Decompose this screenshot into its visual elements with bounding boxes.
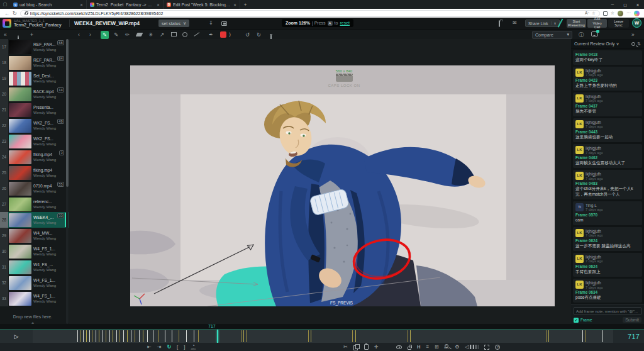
copilot-icon[interactable] xyxy=(634,11,640,16)
media-list-item[interactable]: 27 referenc... Wendy Wang xyxy=(0,196,69,212)
chevron-down-icon[interactable]: ∨ xyxy=(551,21,557,25)
annotation-tick[interactable] xyxy=(103,330,103,342)
item-thumbnail[interactable] xyxy=(9,56,31,70)
reset-zoom-link[interactable]: reset xyxy=(340,21,350,25)
annotation-tick[interactable] xyxy=(143,330,143,342)
annotation-tick[interactable] xyxy=(80,330,81,342)
item-thumbnail[interactable] xyxy=(9,87,31,101)
item-thumbnail[interactable] xyxy=(9,150,31,164)
tab-close-icon[interactable]: ✕ xyxy=(232,3,236,7)
tab-close-icon[interactable]: ✕ xyxy=(155,3,160,7)
redo-icon[interactable]: ↻ xyxy=(257,31,261,38)
media-list-item[interactable]: 20 BACK.mp4 Wendy Wang 14 xyxy=(0,86,69,102)
pencil-tool-icon[interactable]: ✎ xyxy=(114,31,118,38)
media-list-item[interactable]: 17 REF_PAR... Wendy Wang 68 xyxy=(0,39,69,55)
annotation-tick[interactable] xyxy=(352,330,353,342)
new-tab-button[interactable]: + xyxy=(240,0,250,9)
comment-card[interactable]: Ti Ting-L 7 days ago Frame 0570 cam xyxy=(573,201,642,225)
comment-card[interactable]: LK lkjhigjufh 7 days ago Frame 0624 手臂也要… xyxy=(573,253,642,277)
annotation-tick[interactable] xyxy=(99,330,99,342)
paste-icon[interactable] xyxy=(364,344,369,350)
annotation-tick[interactable] xyxy=(165,330,165,342)
annotation-tick[interactable] xyxy=(243,330,244,342)
color-swatch-red[interactable] xyxy=(220,31,226,38)
leave-sync-button[interactable]: Leave Sync xyxy=(608,19,629,28)
annotation-tick[interactable] xyxy=(410,330,411,342)
privacy-lock-icon[interactable] xyxy=(499,21,500,26)
browser-profile-avatar[interactable] xyxy=(618,11,623,16)
media-list-item[interactable]: 26 0710.mp4 Wendy Wang 55 xyxy=(0,181,69,196)
pip-icon[interactable] xyxy=(221,21,227,26)
annotation-tick[interactable] xyxy=(109,330,110,342)
comments-icon[interactable] xyxy=(591,31,598,36)
zoom-level-icon[interactable]: 126% xyxy=(444,344,449,350)
back-icon[interactable]: ← xyxy=(4,11,9,16)
item-thumbnail[interactable] xyxy=(9,103,31,117)
volume-icon[interactable]: ◁ xyxy=(465,344,479,350)
annotation-tick[interactable] xyxy=(153,330,153,342)
favorites-bar-icon[interactable]: ☆ xyxy=(611,11,614,16)
annotation-tick[interactable] xyxy=(602,330,603,342)
user-avatar[interactable]: W xyxy=(632,18,641,28)
frame-link[interactable]: Frame 0634 xyxy=(575,290,640,294)
annotation-tick[interactable] xyxy=(585,330,586,342)
frame-link[interactable]: Frame 0624 xyxy=(575,264,640,269)
media-list-item[interactable]: 18 REF_PAR... Wendy Wang 84 xyxy=(0,55,69,70)
grid-icon[interactable]: ⊞ xyxy=(435,344,439,350)
annotation-tick[interactable] xyxy=(139,330,140,342)
brush-tool-icon[interactable]: ✏ xyxy=(125,31,130,38)
item-thumbnail[interactable] xyxy=(9,40,31,54)
download-icon[interactable]: ↧ xyxy=(209,20,213,26)
media-list-item[interactable]: 23 WK2_FS... Wendy Wang xyxy=(0,133,69,149)
ellipse-tool-icon[interactable] xyxy=(182,32,187,37)
comment-card[interactable]: LK lkjhigjufh 7 days ago Frame 0462 这两帧女… xyxy=(573,144,642,168)
frame-link[interactable]: Frame 0443 xyxy=(575,130,640,134)
comment-card[interactable]: LK lkjhigjufh 7 days ago Frame 0423 走路上半… xyxy=(573,67,642,91)
comment-card[interactable]: LK lkjhigjufh 7 days ago Frame 0443 这里脑袋… xyxy=(573,118,642,142)
annotation-tick[interactable] xyxy=(135,330,135,342)
annotation-tick[interactable] xyxy=(89,330,90,342)
project-name[interactable]: Term2_Pocket_Fantacy xyxy=(14,23,62,28)
annotation-tick[interactable] xyxy=(241,330,242,342)
syncsketch-logo-icon[interactable] xyxy=(3,19,11,28)
range-in-icon[interactable]: [ xyxy=(177,344,178,350)
browser-tab[interactable]: Term2_Pocket_Fantacy -> WEEK4 ✕ xyxy=(87,0,164,9)
item-thumbnail[interactable] xyxy=(9,260,31,274)
share-link-button[interactable]: Share Link ∨ xyxy=(525,20,560,27)
frame-link[interactable]: Frame 0570 xyxy=(575,213,640,217)
annotation-tick[interactable] xyxy=(116,330,117,342)
skip-end-icon[interactable]: ⇥ xyxy=(157,344,162,350)
review-filter-dropdown[interactable]: Current Review Only ∨ xyxy=(574,42,630,47)
read-aloud-icon[interactable]: A◝ xyxy=(585,11,589,16)
media-list-item[interactable]: 22 WK2_FS... Wendy Wang 49 xyxy=(0,118,69,133)
media-list-item[interactable]: 19 Set_Desi... Wendy Wang xyxy=(0,70,69,86)
frame-link[interactable]: Frame 0462 xyxy=(575,155,640,160)
eraser-tool-icon[interactable] xyxy=(136,33,143,36)
annotation-tick[interactable] xyxy=(106,330,106,342)
annotation-tick[interactable] xyxy=(127,330,128,342)
extensions-icon[interactable] xyxy=(603,11,608,16)
play-button[interactable]: ▷ xyxy=(0,330,33,343)
media-list-item[interactable]: 25 fiking.mp4 Wendy Wang xyxy=(0,165,69,181)
media-list-item[interactable]: 29 W4_MW... Wendy Wang xyxy=(0,228,69,243)
drop-zone[interactable]: Drop new files here. ↥ xyxy=(0,315,65,324)
settings-gear-icon[interactable]: ⚙ xyxy=(455,344,459,350)
frame-link[interactable]: Frame 0418 xyxy=(575,52,640,57)
start-presenting-button[interactable]: Start Presenting xyxy=(567,19,586,28)
annotation-tick[interactable] xyxy=(582,330,583,342)
hold-frame-icon[interactable]: H xyxy=(417,344,420,350)
tab-actions-icon[interactable]: ▢ xyxy=(0,0,10,9)
email-share-icon[interactable]: ✉ xyxy=(513,20,517,26)
rectangle-tool-icon[interactable] xyxy=(171,32,177,36)
annotation-tick[interactable] xyxy=(186,330,187,342)
set-status-dropdown[interactable]: set status ∨ xyxy=(158,20,189,27)
annotation-tick[interactable] xyxy=(119,330,120,342)
item-thumbnail[interactable] xyxy=(9,229,31,243)
cut-icon[interactable]: ✂ xyxy=(343,344,348,350)
skip-start-icon[interactable]: ⇤ xyxy=(147,344,152,350)
video-frame[interactable]: 560 x 840 CAPS LOCK ON FS_PREVIS xyxy=(130,65,555,306)
refresh-icon[interactable]: ↻ xyxy=(13,11,17,16)
pen-color-icon[interactable]: ✒ xyxy=(209,31,213,38)
annotation-tick[interactable] xyxy=(311,330,311,342)
item-thumbnail[interactable] xyxy=(9,292,31,306)
